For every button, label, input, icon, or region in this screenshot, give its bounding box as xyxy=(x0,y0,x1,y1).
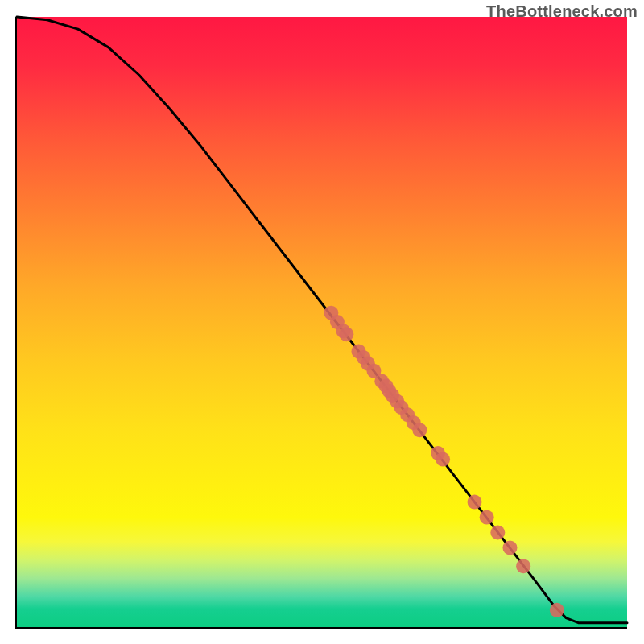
data-point xyxy=(516,559,530,573)
chart-svg xyxy=(17,17,627,627)
data-point xyxy=(480,510,494,525)
data-point xyxy=(490,526,505,540)
data-markers xyxy=(324,306,564,617)
curve-path xyxy=(17,17,627,623)
data-point xyxy=(412,423,427,437)
bottleneck-curve xyxy=(17,17,627,623)
y-axis xyxy=(15,17,17,629)
data-point xyxy=(502,540,517,555)
watermark-text: TheBottleneck.com xyxy=(486,2,638,21)
x-axis xyxy=(17,627,627,629)
data-point xyxy=(550,603,564,617)
data-point xyxy=(339,327,353,341)
chart-container: TheBottleneck.com xyxy=(0,0,644,644)
data-point xyxy=(436,452,450,467)
data-point xyxy=(468,495,482,510)
